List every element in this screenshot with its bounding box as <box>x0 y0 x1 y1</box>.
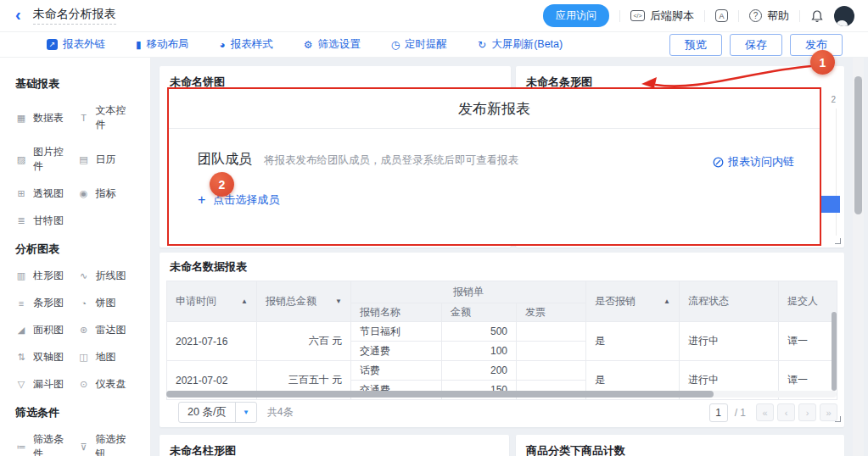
toolbar-tabs: ↗ 报表外链 ▮ 移动布局 ◕ 报表样式 ⚙ 筛选设置 ◷ 定时提醒 ↻ 大屏刷… <box>47 37 563 52</box>
map-icon: ◫ <box>78 352 90 363</box>
sidebar-item-pivot[interactable]: ⊞透视图 <box>15 186 73 201</box>
item-label: 筛选按钮 <box>96 432 136 456</box>
tab-filter-settings[interactable]: ⚙ 筛选设置 <box>304 37 361 52</box>
tab-label: 报表样式 <box>231 37 273 52</box>
cell-amount: 500 <box>442 322 517 342</box>
section-chart-items: ▥柱形图 ∿折线图 ≡条形图 ◔饼图 ◢面积图 ⊛雷达图 ⇅双轴图 ◫地图 ▽漏… <box>15 269 135 392</box>
first-page-button[interactable]: « <box>756 403 774 421</box>
column-chart-icon: ▥ <box>15 270 27 281</box>
column-chart-panel[interactable]: 未命名柱形图 <box>160 435 509 456</box>
prev-page-button[interactable]: ‹ <box>777 403 795 421</box>
save-button[interactable]: 保存 <box>730 34 782 56</box>
plus-icon: + <box>198 193 205 207</box>
sidebar-item-text-widget[interactable]: T文本控件 <box>78 103 136 132</box>
user-avatar[interactable] <box>834 6 854 26</box>
tab-screen-refresh[interactable]: ↻ 大屏刷新(Beta) <box>478 37 563 52</box>
divider <box>738 10 739 22</box>
table-row: 2021-07-02 三百五十 元 话费 200 是 进行中 谭一 <box>167 361 837 381</box>
item-label: 日历 <box>96 153 116 167</box>
cell-invoice <box>517 361 586 381</box>
item-label: 图片控件 <box>33 145 73 174</box>
tab-report-external-link[interactable]: ↗ 报表外链 <box>47 37 105 52</box>
caret-down-icon: ▼ <box>236 409 256 416</box>
horizontal-scrollbar-thumb[interactable] <box>166 391 714 398</box>
header-actions: 应用访问 </> 后端脚本 A ? 帮助 <box>543 4 854 27</box>
select-member-button[interactable]: + 点击选择成员 <box>198 192 791 208</box>
data-table-panel[interactable]: 未命名数据报表 申请时间▲ 报销总金额▼ 报销单 是否报销▲ 流程状态 提交人 <box>160 253 844 427</box>
current-page-box[interactable]: 1 <box>709 403 728 422</box>
report-internal-link[interactable]: 报表访问内链 <box>713 154 794 170</box>
sidebar-item-gantt[interactable]: ≣甘特图 <box>15 214 73 228</box>
notification-bell-icon[interactable] <box>810 9 824 23</box>
tab-report-style[interactable]: ◕ 报表样式 <box>220 37 273 52</box>
refresh-icon: ↻ <box>478 40 486 50</box>
sidebar-item-data-table[interactable]: ▦数据表 <box>15 103 73 132</box>
sidebar-item-column-chart[interactable]: ▥柱形图 <box>15 269 73 283</box>
table-icon: ▦ <box>15 113 27 124</box>
column-header-item-name[interactable]: 报销名称 <box>351 303 442 322</box>
sidebar-item-area-chart[interactable]: ◢面积图 <box>15 323 73 337</box>
sidebar-item-funnel-chart[interactable]: ▽漏斗图 <box>15 377 73 392</box>
sidebar-item-dual-axis-chart[interactable]: ⇅双轴图 <box>15 350 73 364</box>
sidebar-item-indicator[interactable]: ◉指标 <box>78 186 136 201</box>
column-panel-title: 未命名柱形图 <box>160 435 509 456</box>
item-label: 双轴图 <box>33 350 64 364</box>
team-member-label: 团队成员 <box>198 151 252 169</box>
header-label: 报销总金额 <box>266 294 316 309</box>
table-vertical-scrollbar-thumb[interactable] <box>832 312 837 391</box>
column-header-total-amount[interactable]: 报销总金额▼ <box>257 281 351 322</box>
page-scrollbar-thumb[interactable] <box>854 76 862 214</box>
sidebar-item-map[interactable]: ◫地图 <box>78 350 136 364</box>
page-scrollbar <box>853 58 864 456</box>
bar-axis-gridline <box>836 108 837 236</box>
sidebar-item-gauge[interactable]: ⊙仪表盘 <box>78 377 136 392</box>
tab-label: 定时提醒 <box>405 37 447 52</box>
sidebar-item-radar-chart[interactable]: ⊛雷达图 <box>78 323 136 337</box>
column-header-apply-time[interactable]: 申请时间▲ <box>167 281 257 322</box>
product-count-panel[interactable]: 商品分类下商品计数 <box>516 435 844 456</box>
cell-invoice <box>517 322 586 342</box>
backend-script-button[interactable]: </> 后端脚本 <box>630 8 694 24</box>
table-row: 2021-07-16 六百 元 节日福利 500 是 进行中 谭一 <box>167 322 837 342</box>
sidebar-item-filter-button[interactable]: ⊽筛选按钮 <box>78 432 136 456</box>
tab-scheduled-reminder[interactable]: ◷ 定时提醒 <box>391 37 447 52</box>
item-label: 甘特图 <box>33 214 64 228</box>
header-label: 申请时间 <box>176 294 216 309</box>
bar-chart-bar <box>821 196 840 213</box>
back-icon[interactable]: ‹ <box>15 6 21 23</box>
item-label: 数据表 <box>33 111 64 125</box>
column-header-amount[interactable]: 金额 <box>442 303 517 322</box>
pivot-icon: ⊞ <box>15 188 27 199</box>
publish-dialog: 发布新报表 团队成员 将报表发布给团队成员，成员登录系统后即可查看报表 报表访问… <box>167 87 821 246</box>
sidebar-item-bar-chart[interactable]: ≡条形图 <box>15 296 73 310</box>
item-label: 面积图 <box>33 323 64 337</box>
count-panel-title: 商品分类下商品计数 <box>516 435 844 456</box>
tab-mobile-layout[interactable]: ▮ 移动布局 <box>136 37 189 52</box>
contacts-button[interactable]: A <box>715 9 728 22</box>
gantt-icon: ≣ <box>15 215 27 226</box>
calendar-icon: ▤ <box>78 154 90 165</box>
section-basic-items: ▦数据表 T文本控件 ▨图片控件 ▤日历 ⊞透视图 ◉指标 ≣甘特图 <box>15 103 135 228</box>
sidebar-item-filter-condition[interactable]: ≔筛选条件 <box>15 432 73 456</box>
item-label: 文本控件 <box>96 103 136 132</box>
column-header-status[interactable]: 流程状态 <box>680 281 779 322</box>
filter-button-icon: ⊽ <box>78 442 90 453</box>
item-label: 柱形图 <box>33 269 64 283</box>
panel-resize-handle[interactable] <box>835 416 841 422</box>
tab-label: 大屏刷新(Beta) <box>491 37 563 52</box>
report-title[interactable]: 未命名分析报表 <box>33 7 116 25</box>
help-button[interactable]: ? 帮助 <box>749 8 789 24</box>
column-header-invoice[interactable]: 发票 <box>517 303 586 322</box>
sidebar-item-pie-chart[interactable]: ◔饼图 <box>78 296 136 310</box>
sidebar-item-line-chart[interactable]: ∿折线图 <box>78 269 136 283</box>
app-access-button[interactable]: 应用访问 <box>543 4 609 27</box>
page-size-select[interactable]: 20 条/页 ▼ <box>178 402 257 423</box>
sidebar-item-image-widget[interactable]: ▨图片控件 <box>15 145 73 174</box>
column-group-reimbursement: 报销单 <box>351 281 586 303</box>
column-header-submitter[interactable]: 提交人 <box>779 281 837 322</box>
next-page-button[interactable]: › <box>798 403 816 421</box>
column-header-reimbursed[interactable]: 是否报销▲ <box>586 281 680 322</box>
sidebar-item-calendar[interactable]: ▤日历 <box>78 145 136 174</box>
preview-button[interactable]: 预览 <box>669 34 722 56</box>
panel-resize-handle[interactable] <box>835 238 841 244</box>
